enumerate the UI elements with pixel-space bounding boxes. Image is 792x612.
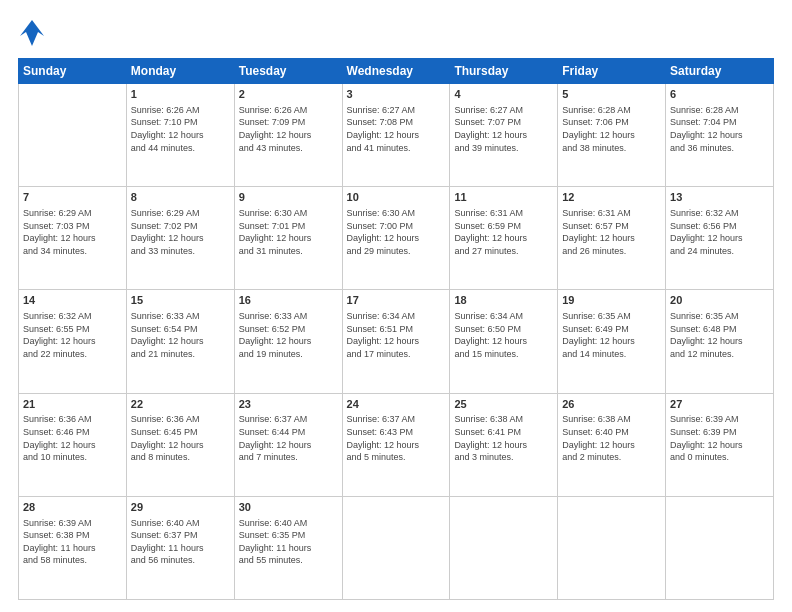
- weekday-header-friday: Friday: [558, 59, 666, 84]
- calendar-cell: 14Sunrise: 6:32 AM Sunset: 6:55 PM Dayli…: [19, 290, 127, 393]
- week-row-3: 21Sunrise: 6:36 AM Sunset: 6:46 PM Dayli…: [19, 393, 774, 496]
- day-number: 21: [23, 397, 122, 412]
- day-number: 18: [454, 293, 553, 308]
- day-number: 9: [239, 190, 338, 205]
- header: [18, 18, 774, 48]
- calendar-cell: 3Sunrise: 6:27 AM Sunset: 7:08 PM Daylig…: [342, 84, 450, 187]
- day-number: 23: [239, 397, 338, 412]
- day-info: Sunrise: 6:32 AM Sunset: 6:55 PM Dayligh…: [23, 310, 122, 360]
- calendar-cell: 28Sunrise: 6:39 AM Sunset: 6:38 PM Dayli…: [19, 496, 127, 599]
- day-number: 28: [23, 500, 122, 515]
- weekday-header-saturday: Saturday: [666, 59, 774, 84]
- day-number: 6: [670, 87, 769, 102]
- day-number: 27: [670, 397, 769, 412]
- day-info: Sunrise: 6:30 AM Sunset: 7:00 PM Dayligh…: [347, 207, 446, 257]
- calendar-cell: 30Sunrise: 6:40 AM Sunset: 6:35 PM Dayli…: [234, 496, 342, 599]
- day-info: Sunrise: 6:36 AM Sunset: 6:46 PM Dayligh…: [23, 413, 122, 463]
- calendar-cell: 26Sunrise: 6:38 AM Sunset: 6:40 PM Dayli…: [558, 393, 666, 496]
- calendar-cell: 25Sunrise: 6:38 AM Sunset: 6:41 PM Dayli…: [450, 393, 558, 496]
- calendar-cell: 1Sunrise: 6:26 AM Sunset: 7:10 PM Daylig…: [126, 84, 234, 187]
- calendar-cell: 9Sunrise: 6:30 AM Sunset: 7:01 PM Daylig…: [234, 187, 342, 290]
- day-info: Sunrise: 6:33 AM Sunset: 6:52 PM Dayligh…: [239, 310, 338, 360]
- day-info: Sunrise: 6:35 AM Sunset: 6:48 PM Dayligh…: [670, 310, 769, 360]
- calendar-cell: 10Sunrise: 6:30 AM Sunset: 7:00 PM Dayli…: [342, 187, 450, 290]
- calendar-cell: 23Sunrise: 6:37 AM Sunset: 6:44 PM Dayli…: [234, 393, 342, 496]
- weekday-header-tuesday: Tuesday: [234, 59, 342, 84]
- page: SundayMondayTuesdayWednesdayThursdayFrid…: [0, 0, 792, 612]
- logo-bird-icon: [20, 18, 44, 48]
- day-info: Sunrise: 6:40 AM Sunset: 6:35 PM Dayligh…: [239, 517, 338, 567]
- day-number: 13: [670, 190, 769, 205]
- day-number: 19: [562, 293, 661, 308]
- day-number: 25: [454, 397, 553, 412]
- calendar-cell: 2Sunrise: 6:26 AM Sunset: 7:09 PM Daylig…: [234, 84, 342, 187]
- calendar-cell: 6Sunrise: 6:28 AM Sunset: 7:04 PM Daylig…: [666, 84, 774, 187]
- day-number: 15: [131, 293, 230, 308]
- day-number: 12: [562, 190, 661, 205]
- day-info: Sunrise: 6:26 AM Sunset: 7:09 PM Dayligh…: [239, 104, 338, 154]
- day-number: 29: [131, 500, 230, 515]
- day-info: Sunrise: 6:40 AM Sunset: 6:37 PM Dayligh…: [131, 517, 230, 567]
- svg-marker-0: [20, 20, 44, 46]
- calendar-cell: [666, 496, 774, 599]
- calendar-cell: 12Sunrise: 6:31 AM Sunset: 6:57 PM Dayli…: [558, 187, 666, 290]
- day-number: 30: [239, 500, 338, 515]
- calendar-cell: 22Sunrise: 6:36 AM Sunset: 6:45 PM Dayli…: [126, 393, 234, 496]
- day-info: Sunrise: 6:36 AM Sunset: 6:45 PM Dayligh…: [131, 413, 230, 463]
- calendar-cell: 17Sunrise: 6:34 AM Sunset: 6:51 PM Dayli…: [342, 290, 450, 393]
- week-row-2: 14Sunrise: 6:32 AM Sunset: 6:55 PM Dayli…: [19, 290, 774, 393]
- day-number: 10: [347, 190, 446, 205]
- calendar-cell: 7Sunrise: 6:29 AM Sunset: 7:03 PM Daylig…: [19, 187, 127, 290]
- day-info: Sunrise: 6:39 AM Sunset: 6:39 PM Dayligh…: [670, 413, 769, 463]
- day-number: 4: [454, 87, 553, 102]
- day-info: Sunrise: 6:35 AM Sunset: 6:49 PM Dayligh…: [562, 310, 661, 360]
- calendar-cell: 24Sunrise: 6:37 AM Sunset: 6:43 PM Dayli…: [342, 393, 450, 496]
- day-info: Sunrise: 6:28 AM Sunset: 7:04 PM Dayligh…: [670, 104, 769, 154]
- day-number: 11: [454, 190, 553, 205]
- day-info: Sunrise: 6:31 AM Sunset: 6:57 PM Dayligh…: [562, 207, 661, 257]
- calendar-cell: 15Sunrise: 6:33 AM Sunset: 6:54 PM Dayli…: [126, 290, 234, 393]
- day-info: Sunrise: 6:31 AM Sunset: 6:59 PM Dayligh…: [454, 207, 553, 257]
- day-number: 20: [670, 293, 769, 308]
- calendar-cell: 21Sunrise: 6:36 AM Sunset: 6:46 PM Dayli…: [19, 393, 127, 496]
- weekday-header-thursday: Thursday: [450, 59, 558, 84]
- day-number: 7: [23, 190, 122, 205]
- weekday-header-monday: Monday: [126, 59, 234, 84]
- day-info: Sunrise: 6:37 AM Sunset: 6:43 PM Dayligh…: [347, 413, 446, 463]
- calendar-cell: 18Sunrise: 6:34 AM Sunset: 6:50 PM Dayli…: [450, 290, 558, 393]
- calendar-cell: 29Sunrise: 6:40 AM Sunset: 6:37 PM Dayli…: [126, 496, 234, 599]
- day-info: Sunrise: 6:32 AM Sunset: 6:56 PM Dayligh…: [670, 207, 769, 257]
- calendar-cell: 19Sunrise: 6:35 AM Sunset: 6:49 PM Dayli…: [558, 290, 666, 393]
- calendar-cell: [342, 496, 450, 599]
- day-number: 17: [347, 293, 446, 308]
- calendar-cell: 16Sunrise: 6:33 AM Sunset: 6:52 PM Dayli…: [234, 290, 342, 393]
- calendar-cell: 27Sunrise: 6:39 AM Sunset: 6:39 PM Dayli…: [666, 393, 774, 496]
- weekday-header-sunday: Sunday: [19, 59, 127, 84]
- day-info: Sunrise: 6:29 AM Sunset: 7:02 PM Dayligh…: [131, 207, 230, 257]
- calendar-cell: 11Sunrise: 6:31 AM Sunset: 6:59 PM Dayli…: [450, 187, 558, 290]
- day-info: Sunrise: 6:38 AM Sunset: 6:41 PM Dayligh…: [454, 413, 553, 463]
- day-number: 24: [347, 397, 446, 412]
- logo: [18, 18, 44, 48]
- day-info: Sunrise: 6:38 AM Sunset: 6:40 PM Dayligh…: [562, 413, 661, 463]
- calendar-cell: 13Sunrise: 6:32 AM Sunset: 6:56 PM Dayli…: [666, 187, 774, 290]
- calendar-table: SundayMondayTuesdayWednesdayThursdayFrid…: [18, 58, 774, 600]
- week-row-1: 7Sunrise: 6:29 AM Sunset: 7:03 PM Daylig…: [19, 187, 774, 290]
- calendar-cell: [558, 496, 666, 599]
- calendar-cell: 20Sunrise: 6:35 AM Sunset: 6:48 PM Dayli…: [666, 290, 774, 393]
- day-number: 22: [131, 397, 230, 412]
- day-number: 16: [239, 293, 338, 308]
- calendar-cell: [450, 496, 558, 599]
- day-number: 2: [239, 87, 338, 102]
- day-number: 3: [347, 87, 446, 102]
- calendar-cell: 8Sunrise: 6:29 AM Sunset: 7:02 PM Daylig…: [126, 187, 234, 290]
- day-info: Sunrise: 6:27 AM Sunset: 7:07 PM Dayligh…: [454, 104, 553, 154]
- calendar-cell: [19, 84, 127, 187]
- day-number: 26: [562, 397, 661, 412]
- day-info: Sunrise: 6:27 AM Sunset: 7:08 PM Dayligh…: [347, 104, 446, 154]
- calendar-cell: 4Sunrise: 6:27 AM Sunset: 7:07 PM Daylig…: [450, 84, 558, 187]
- day-number: 5: [562, 87, 661, 102]
- day-info: Sunrise: 6:29 AM Sunset: 7:03 PM Dayligh…: [23, 207, 122, 257]
- day-info: Sunrise: 6:37 AM Sunset: 6:44 PM Dayligh…: [239, 413, 338, 463]
- day-info: Sunrise: 6:26 AM Sunset: 7:10 PM Dayligh…: [131, 104, 230, 154]
